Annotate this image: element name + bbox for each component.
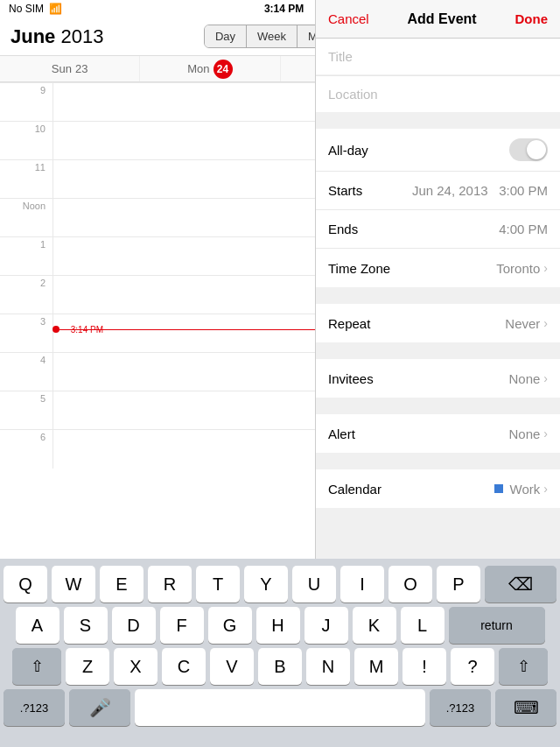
allday-row: All-day bbox=[316, 129, 560, 172]
invitees-row[interactable]: Invitees None › bbox=[316, 359, 560, 398]
alert-row[interactable]: Alert None › bbox=[316, 414, 560, 453]
divider-3 bbox=[316, 343, 560, 359]
ends-label: Ends bbox=[328, 222, 358, 236]
calendar-chevron: › bbox=[543, 482, 548, 496]
ends-value: 4:00 PM bbox=[499, 222, 548, 236]
invitees-label: Invitees bbox=[328, 371, 374, 386]
ends-row[interactable]: Ends 4:00 PM bbox=[316, 210, 560, 249]
allday-label: All-day bbox=[328, 143, 368, 158]
done-button[interactable]: Done bbox=[514, 11, 548, 26]
location-input[interactable] bbox=[316, 76, 560, 112]
alert-group: Alert None › bbox=[316, 414, 560, 453]
divider-1 bbox=[316, 113, 560, 129]
alert-chevron: › bbox=[543, 426, 548, 440]
timezone-value: Toronto › bbox=[496, 261, 548, 276]
divider-4 bbox=[316, 398, 560, 414]
starts-label: Starts bbox=[328, 183, 362, 198]
divider-5 bbox=[316, 454, 560, 469]
add-event-panel: Cancel Add Event Done All-day bbox=[315, 0, 560, 559]
repeat-chevron: › bbox=[543, 316, 548, 330]
invitees-value: None › bbox=[508, 371, 548, 386]
cancel-button[interactable]: Cancel bbox=[328, 11, 369, 26]
alert-label: Alert bbox=[328, 426, 355, 441]
timezone-chevron: › bbox=[543, 261, 548, 275]
allday-toggle[interactable] bbox=[509, 138, 548, 161]
calendar-label: Calendar bbox=[328, 482, 382, 497]
repeat-row[interactable]: Repeat Never › bbox=[316, 304, 560, 342]
alert-value: None › bbox=[508, 426, 548, 441]
repeat-group: Repeat Never › bbox=[316, 304, 560, 342]
timezone-label: Time Zone bbox=[328, 261, 390, 276]
repeat-value: Never › bbox=[505, 316, 548, 331]
title-input[interactable] bbox=[316, 39, 560, 74]
timezone-row[interactable]: Time Zone Toronto › bbox=[316, 249, 560, 287]
calendar-group: Calendar Work › bbox=[316, 469, 560, 508]
calendar-value: Work › bbox=[494, 482, 548, 497]
modal-title: Add Event bbox=[408, 11, 477, 27]
divider-2 bbox=[316, 288, 560, 304]
starts-row[interactable]: Starts Jun 24, 2013 3:00 PM bbox=[316, 172, 560, 210]
modal-overlay: Cancel Add Event Done All-day bbox=[0, 0, 560, 747]
starts-value: Jun 24, 2013 3:00 PM bbox=[412, 183, 548, 198]
repeat-label: Repeat bbox=[328, 316, 370, 331]
calendar-row[interactable]: Calendar Work › bbox=[316, 469, 560, 508]
location-group bbox=[316, 75, 560, 112]
modal-body: All-day Starts Jun 24, 2013 3:00 PM Ends… bbox=[316, 39, 560, 559]
invitees-chevron: › bbox=[543, 371, 548, 385]
modal-header: Cancel Add Event Done bbox=[316, 0, 560, 39]
toggle-knob bbox=[527, 140, 546, 159]
invitees-group: Invitees None › bbox=[316, 359, 560, 398]
title-group bbox=[316, 39, 560, 74]
allday-group: All-day Starts Jun 24, 2013 3:00 PM Ends… bbox=[316, 129, 560, 287]
calendar-color-dot bbox=[494, 484, 503, 493]
